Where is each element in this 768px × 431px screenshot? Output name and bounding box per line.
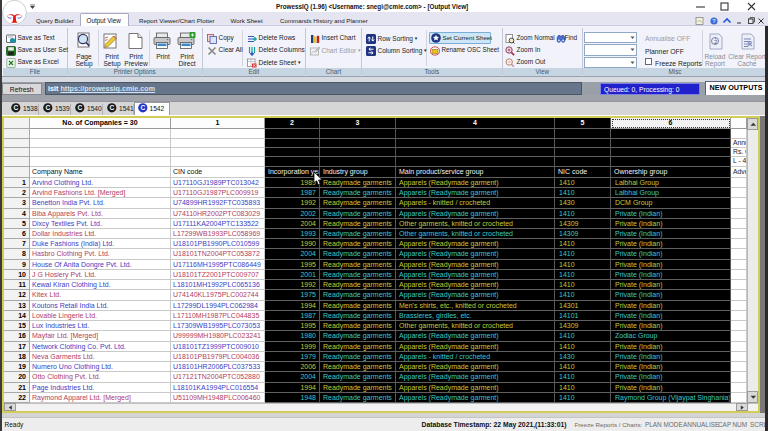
- svg-text:C: C: [13, 105, 18, 112]
- svg-text:C: C: [109, 105, 114, 112]
- svg-text:C: C: [140, 105, 145, 112]
- svg-text:C: C: [77, 105, 82, 112]
- svg-text:C: C: [45, 105, 50, 112]
